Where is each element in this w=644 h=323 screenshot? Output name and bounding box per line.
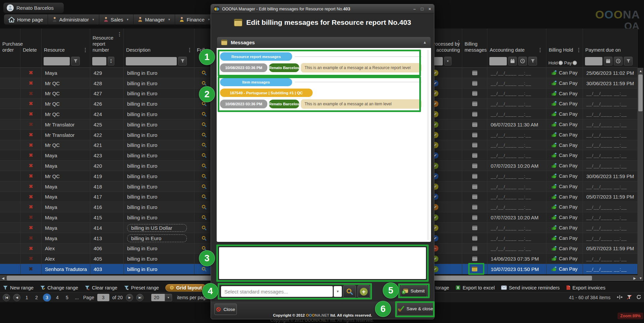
billing-messages-icon[interactable] (472, 194, 478, 199)
billing-messages-icon[interactable] (472, 132, 478, 138)
delete-icon[interactable]: ✖ (29, 183, 33, 190)
view-details-icon[interactable] (202, 194, 207, 199)
delete-icon[interactable]: ✖ (29, 194, 33, 200)
billing-messages-icon[interactable] (472, 122, 478, 127)
search-message-button[interactable] (343, 285, 356, 298)
delete-icon[interactable]: ✖ (29, 173, 33, 179)
delete-icon[interactable]: ✖ (29, 214, 33, 220)
view-details-icon[interactable] (202, 112, 207, 117)
filter-input[interactable] (126, 57, 177, 65)
toolbar-item-new-range[interactable]: New range (3, 285, 34, 290)
submit-button[interactable]: + Submit (400, 285, 427, 297)
toolbar-item-clear-range[interactable]: xClear range (85, 285, 117, 290)
filter-icon[interactable] (528, 57, 537, 65)
save-close-button[interactable]: Save & close (397, 302, 434, 315)
add-message-button[interactable]: + (358, 285, 370, 298)
previous-page-button[interactable]: ◀ (13, 294, 20, 301)
page-number[interactable]: 5 (64, 295, 70, 300)
toolbar-item-send-invoice-reminders[interactable]: Send invoice reminders (501, 285, 560, 290)
nav-item-home-page[interactable]: Home page (4, 14, 48, 24)
scroll-right-icon[interactable]: ▶ (632, 275, 638, 281)
view-details-icon[interactable] (202, 153, 207, 158)
billing-messages-icon[interactable] (472, 81, 478, 86)
vertical-scrollbar[interactable]: ▲ ▼ (638, 68, 643, 281)
billing-messages-icon[interactable] (472, 215, 478, 220)
delete-icon[interactable]: ✖ (29, 256, 33, 262)
column-menu-icon[interactable]: ⋮ (117, 31, 122, 37)
number-spinner[interactable]: ▲▼ (108, 57, 114, 65)
billing-messages-icon[interactable] (472, 101, 478, 106)
delete-icon[interactable]: ✖ (29, 91, 33, 97)
calendar-icon[interactable] (508, 57, 517, 65)
column-menu-icon[interactable]: ⋮ (456, 39, 461, 45)
delete-icon[interactable]: ✖ (29, 80, 33, 86)
toolbar-item-torage[interactable]: torage (435, 285, 449, 290)
view-details-icon[interactable] (202, 225, 207, 230)
billing-messages-icon[interactable] (472, 205, 478, 210)
filter-icon[interactable] (624, 57, 633, 65)
nav-item-administrator[interactable]: Administrator▼ (48, 14, 99, 24)
date-filter-input[interactable] (489, 57, 507, 65)
view-details-icon[interactable] (202, 236, 207, 241)
delete-icon[interactable]: ✖ (29, 204, 33, 210)
scroll-left-icon[interactable]: ◀ (0, 275, 6, 281)
billing-messages-icon[interactable] (472, 163, 478, 168)
delete-icon[interactable]: ✖ (29, 132, 33, 138)
filter-icon[interactable] (71, 57, 80, 65)
view-details-icon[interactable] (202, 174, 207, 179)
delete-icon[interactable]: ✖ (29, 225, 33, 231)
column-menu-icon[interactable]: ⋮ (83, 47, 88, 53)
user-chip[interactable]: Renato Barcelos (3, 3, 64, 13)
minimize-icon[interactable]: – (413, 7, 416, 11)
billing-messages-icon[interactable] (472, 91, 478, 96)
clock-icon[interactable] (518, 57, 527, 65)
view-details-icon[interactable] (202, 122, 207, 127)
view-details-icon[interactable] (202, 132, 207, 138)
per-page-value[interactable]: 20 (151, 294, 165, 301)
filter-input[interactable] (44, 57, 70, 65)
collapse-panel-icon[interactable]: ▲ (423, 40, 427, 44)
description-input[interactable]: billing in US Dollar (127, 224, 187, 232)
billing-messages-icon[interactable] (472, 112, 478, 117)
filter-dropdown-icon[interactable]: ▼ (444, 57, 451, 65)
scroll-up-icon[interactable]: ▲ (638, 68, 644, 74)
date-filter-input[interactable] (585, 57, 602, 65)
next-page-button[interactable]: ▶ (126, 294, 133, 301)
delete-icon[interactable]: ✖ (29, 142, 33, 148)
toolbar-item-change-range[interactable]: Change range (40, 285, 78, 290)
delete-icon[interactable]: ✖ (29, 266, 33, 272)
new-message-textarea[interactable] (219, 247, 426, 279)
delete-icon[interactable]: ✖ (29, 111, 33, 117)
column-menu-icon[interactable]: ⋮ (187, 47, 192, 53)
delete-icon[interactable]: ✖ (29, 246, 33, 252)
clock-icon[interactable] (614, 57, 623, 65)
standard-messages-select[interactable]: Select standard messages... (221, 286, 333, 297)
messages-scrollbar[interactable] (427, 50, 429, 240)
toolbar-item-export-invoices[interactable]: Export invoices (566, 285, 605, 290)
billing-messages-icon[interactable] (472, 266, 478, 272)
maximize-icon[interactable]: □ (421, 7, 424, 11)
billing-messages-icon[interactable] (472, 236, 478, 241)
items-per-page-select[interactable]: 20▼ (151, 294, 172, 301)
billing-messages-icon[interactable] (472, 225, 478, 230)
nav-item-sales[interactable]: Sales▼ (99, 14, 133, 24)
page-number[interactable]: 4 (54, 295, 61, 300)
column-menu-icon[interactable]: ⋮ (538, 47, 543, 53)
messages-panel-header[interactable]: Messages ▲ (217, 37, 431, 48)
view-details-icon[interactable] (202, 205, 207, 210)
billing-messages-icon[interactable] (472, 256, 478, 261)
nav-item-finance[interactable]: Finance▼ (175, 14, 215, 24)
delete-icon[interactable]: ✖ (29, 101, 33, 107)
view-details-icon[interactable] (202, 163, 207, 168)
billing-messages-icon[interactable] (472, 153, 478, 158)
filter-input[interactable] (92, 57, 106, 65)
filter-icon[interactable] (178, 57, 187, 65)
billing-messages-icon[interactable] (472, 70, 478, 75)
vertical-scroll-thumb[interactable] (638, 74, 643, 111)
dialog-titlebar[interactable]: OOONA Manager - Edit billing messages fo… (211, 4, 434, 14)
toolbar-item-preset-range[interactable]: Preset range (124, 285, 159, 290)
delete-icon[interactable]: ✖ (29, 163, 33, 169)
billing-messages-icon[interactable] (472, 174, 478, 179)
page-number[interactable]: 2 (33, 295, 40, 300)
view-details-icon[interactable] (202, 184, 207, 189)
